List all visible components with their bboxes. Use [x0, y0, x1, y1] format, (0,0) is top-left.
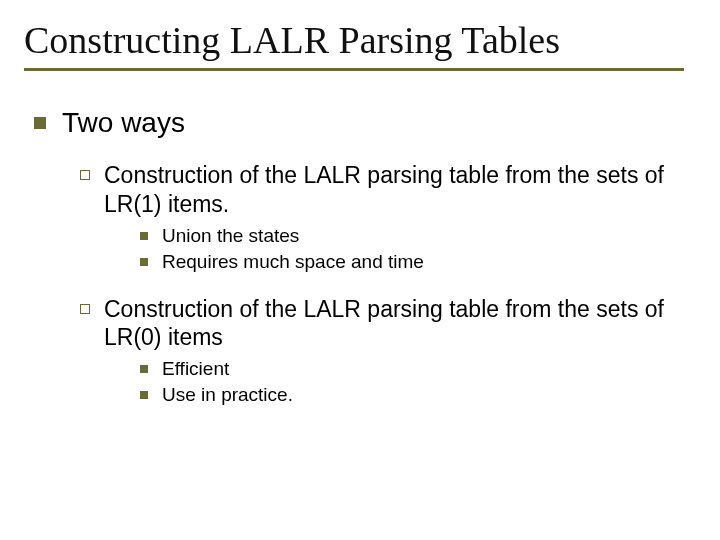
square-bullet-icon — [140, 258, 148, 266]
bullet-level2: Construction of the LALR parsing table f… — [80, 161, 696, 219]
bullet-level3: Efficient — [140, 358, 696, 380]
bullet-level3: Use in practice. — [140, 384, 696, 406]
bullet-level3-text: Use in practice. — [162, 384, 293, 406]
bullet-level3-text: Requires much space and time — [162, 251, 424, 273]
slide: Constructing LALR Parsing Tables Two way… — [0, 0, 720, 540]
bullet-level3-text: Union the states — [162, 225, 299, 247]
slide-title: Constructing LALR Parsing Tables — [24, 18, 696, 62]
title-underline — [24, 68, 684, 71]
hollow-square-bullet-icon — [80, 304, 90, 314]
bullet-level3: Union the states — [140, 225, 696, 247]
bullet-level3: Requires much space and time — [140, 251, 696, 273]
bullet-level2: Construction of the LALR parsing table f… — [80, 295, 696, 353]
bullet-level3-text: Efficient — [162, 358, 229, 380]
square-bullet-icon — [140, 232, 148, 240]
square-bullet-icon — [140, 365, 148, 373]
square-bullet-icon — [34, 117, 46, 129]
bullet-level1-text: Two ways — [62, 107, 185, 139]
bullet-level2-text: Construction of the LALR parsing table f… — [104, 295, 664, 353]
hollow-square-bullet-icon — [80, 170, 90, 180]
bullet-level1: Two ways — [34, 107, 696, 139]
square-bullet-icon — [140, 391, 148, 399]
bullet-level2-text: Construction of the LALR parsing table f… — [104, 161, 664, 219]
